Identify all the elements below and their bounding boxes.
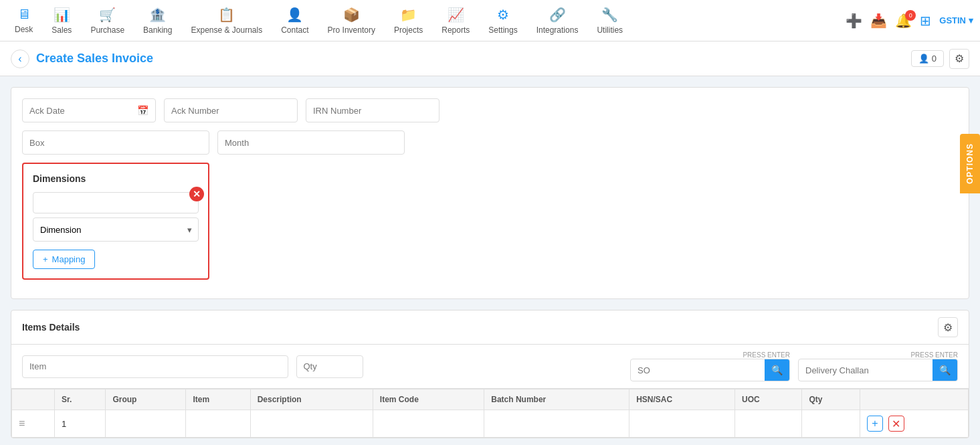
sales-icon: 📊 [54, 7, 70, 23]
nav-item-banking[interactable]: 🏦 Banking [135, 1, 180, 40]
reports-icon: 📈 [448, 7, 464, 23]
ack-date-field[interactable]: 📅 [22, 98, 156, 122]
options-label: OPTIONS [965, 143, 975, 184]
notification-badge: 0 [905, 10, 916, 21]
irn-number-field[interactable] [306, 98, 439, 122]
top-nav: 🖥 Desk 📊 Sales 🛒 Purchase 🏦 Banking 📋 Ex… [0, 0, 980, 41]
so-input[interactable] [631, 361, 765, 379]
batch-number-cell[interactable] [484, 410, 629, 438]
expense-icon: 📋 [218, 7, 235, 23]
import-button[interactable]: 📥 [870, 13, 887, 29]
row-delete-button[interactable]: ✕ [888, 416, 904, 432]
nav-item-integrations[interactable]: 🔗 Integrations [528, 1, 587, 40]
purchase-icon: 🛒 [99, 7, 116, 23]
item-cell[interactable] [186, 410, 250, 438]
gstin-button[interactable]: GSTIN ▾ [939, 15, 973, 25]
nav-label-sales: Sales [52, 25, 72, 35]
nav-label-desk: Desk [15, 25, 33, 34]
delivery-challan-input[interactable] [799, 361, 933, 379]
item-search-input[interactable] [22, 355, 288, 378]
box-input[interactable] [29, 138, 202, 148]
so-search-inner: 🔍 [630, 359, 790, 381]
grid-button[interactable]: ⊞ [920, 13, 931, 29]
ack-number-field[interactable] [164, 98, 298, 122]
month-input[interactable] [225, 138, 397, 148]
nav-item-sales[interactable]: 📊 Sales [43, 1, 80, 40]
notification-button[interactable]: 🔔 0 [895, 13, 912, 29]
nav-item-settings[interactable]: ⚙ Settings [480, 1, 525, 40]
banking-icon: 🏦 [149, 7, 166, 23]
items-settings-button[interactable]: ⚙ [938, 317, 958, 337]
nav-item-contact[interactable]: 👤 Contact [273, 1, 316, 40]
so-search-button[interactable]: 🔍 [765, 359, 789, 381]
dimensions-container: Dimensions ✕ Dimension ▾ + Mapping [22, 163, 209, 280]
page-settings-button[interactable]: ⚙ [949, 49, 969, 69]
irn-number-input[interactable] [313, 106, 432, 116]
utilities-icon: 🔧 [601, 7, 618, 23]
mapping-label: Mapping [52, 254, 86, 264]
page-header-left: ‹ Create Sales Invoice [11, 50, 153, 68]
ack-number-input[interactable] [171, 106, 290, 116]
dimensions-title: Dimensions [33, 173, 199, 184]
nav-item-expense[interactable]: 📋 Expense & Journals [183, 1, 270, 40]
page-header-right: 👤 0 ⚙ [911, 49, 969, 69]
item-code-cell[interactable] [373, 410, 484, 438]
drag-handle-icon[interactable]: ≡ [19, 418, 25, 429]
nav-label-expense: Expense & Journals [191, 25, 262, 35]
nav-label-purchase: Purchase [90, 25, 124, 35]
qty-cell[interactable] [802, 410, 860, 438]
col-group: Group [106, 389, 186, 410]
mapping-button[interactable]: + Mapping [33, 250, 95, 269]
col-drag [12, 389, 55, 410]
dc-press-enter-label: PRESS ENTER [910, 351, 958, 359]
ack-date-input[interactable] [29, 106, 134, 116]
uoc-cell[interactable] [735, 410, 802, 438]
col-actions [860, 389, 968, 410]
dc-search-button[interactable]: 🔍 [933, 359, 957, 381]
group-cell[interactable] [106, 410, 186, 438]
form-row-2 [22, 130, 958, 155]
nav-item-projects[interactable]: 📁 Projects [386, 1, 431, 40]
nav-label-settings: Settings [488, 25, 517, 35]
qty-search-input[interactable] [296, 355, 363, 378]
calendar-icon: 📅 [137, 105, 149, 116]
col-description: Description [250, 389, 373, 410]
settings-icon: ⚙ [497, 7, 509, 23]
items-table-head: Sr. Group Item Description Item Code Bat… [12, 389, 969, 410]
items-table-header-row: Sr. Group Item Description Item Code Bat… [12, 389, 969, 410]
dimension-value-input[interactable] [33, 192, 199, 213]
col-item-code: Item Code [373, 389, 484, 410]
dimension-select[interactable]: Dimension [33, 217, 199, 242]
dimension-select-wrapper: Dimension ▾ [33, 217, 199, 242]
table-row: ≡ 1 + ✕ [12, 410, 969, 438]
hsn-sac-cell[interactable] [629, 410, 735, 438]
nav-label-banking: Banking [143, 25, 172, 35]
nav-items: 🖥 Desk 📊 Sales 🛒 Purchase 🏦 Banking 📋 Ex… [7, 1, 846, 40]
options-sidebar[interactable]: OPTIONS [960, 134, 980, 193]
add-button[interactable]: ➕ [846, 13, 862, 29]
so-press-enter-label: PRESS ENTER [743, 351, 790, 359]
actions-cell: + ✕ [860, 410, 968, 438]
month-field[interactable] [217, 130, 405, 155]
nav-item-purchase[interactable]: 🛒 Purchase [82, 1, 132, 40]
nav-label-contact: Contact [281, 25, 308, 35]
items-table-body: ≡ 1 + ✕ [12, 410, 969, 438]
col-sr: Sr. [54, 389, 106, 410]
items-table: Sr. Group Item Description Item Code Bat… [11, 389, 969, 438]
nav-item-pro-inventory[interactable]: 📦 Pro Inventory [320, 1, 383, 40]
back-button[interactable]: ‹ [11, 50, 29, 68]
dimension-close-button[interactable]: ✕ [189, 187, 204, 201]
nav-item-desk[interactable]: 🖥 Desk [7, 1, 41, 39]
nav-label-pro-inventory: Pro Inventory [328, 25, 375, 35]
nav-right: ➕ 📥 🔔 0 ⊞ GSTIN ▾ [846, 13, 973, 29]
user-count-button[interactable]: 👤 0 [911, 50, 944, 67]
description-cell[interactable] [250, 410, 373, 438]
nav-item-reports[interactable]: 📈 Reports [433, 1, 478, 40]
row-add-button[interactable]: + [867, 416, 883, 432]
so-search-wrapper: PRESS ENTER 🔍 [630, 351, 790, 381]
nav-item-utilities[interactable]: 🔧 Utilities [589, 1, 631, 40]
gstin-chevron-icon: ▾ [969, 15, 973, 25]
integrations-icon: 🔗 [549, 7, 566, 23]
box-field[interactable] [22, 130, 209, 155]
projects-icon: 📁 [400, 7, 417, 23]
